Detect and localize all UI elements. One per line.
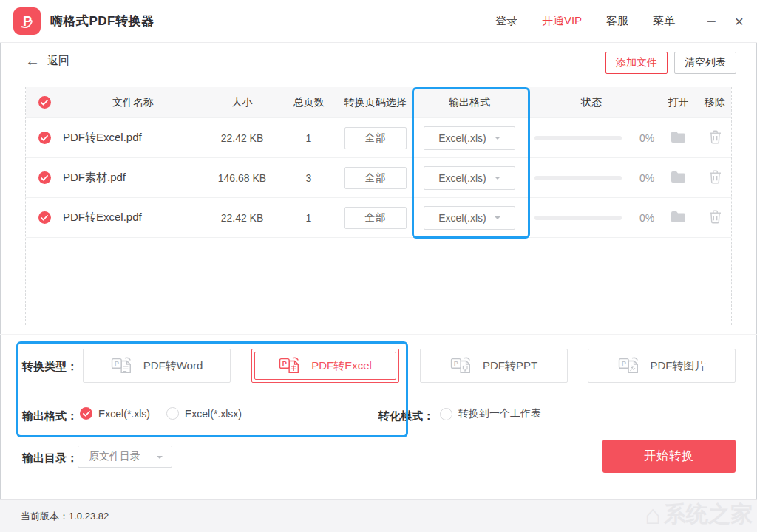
file-size: 22.42 KB (203, 212, 281, 224)
remove-trash-icon[interactable] (709, 170, 722, 184)
page-select-button[interactable]: 全部 (344, 167, 407, 189)
pdf-to-excel-icon: P (279, 355, 302, 376)
progress-percent: 0% (639, 212, 654, 224)
radio-label: 转换到一个工作表 (458, 407, 541, 420)
checked-icon (38, 132, 51, 144)
login-link[interactable]: 登录 (495, 14, 517, 28)
page-select-button[interactable]: 全部 (344, 127, 407, 149)
start-convert-button[interactable]: 开始转换 (602, 440, 736, 473)
type-pdf-to-ppt[interactable]: P PDF转PPT (420, 349, 568, 383)
add-file-button[interactable]: 添加文件 (605, 52, 668, 74)
select-all-checkbox[interactable] (26, 96, 63, 109)
file-size: 22.42 KB (203, 132, 281, 144)
radio-label: Excel(*.xlsx) (185, 408, 242, 420)
menu-link[interactable]: 菜单 (653, 14, 675, 28)
open-folder-icon[interactable] (671, 131, 686, 143)
output-dir-label: 输出目录： (22, 451, 78, 466)
type-label: PDF转PPT (483, 359, 537, 373)
header-page-select: 转换页码选择 (336, 96, 414, 109)
row-checkbox[interactable] (26, 211, 63, 224)
svg-text:P: P (282, 360, 287, 367)
app-title: 嗨格式PDF转换器 (50, 13, 155, 30)
header-status: 状态 (525, 96, 658, 109)
table-header-row: 文件名称 大小 总页数 转换页码选择 输出格式 状态 打开 移除 (26, 87, 731, 118)
open-folder-icon[interactable] (671, 211, 686, 223)
table-row: PDF素材.pdf 146.68 KB 3 全部 Excel(.xls) 0% (26, 158, 731, 198)
progress-percent: 0% (639, 132, 654, 144)
titlebar-nav: 登录 开通VIP 客服 菜单 ─ × (471, 13, 744, 30)
file-name: PDF转Excel.pdf (63, 211, 203, 225)
remove-trash-icon[interactable] (709, 210, 722, 224)
radio-excel-xls[interactable]: Excel(*.xls) (80, 407, 150, 420)
format-dropdown[interactable]: Excel(.xls) (424, 126, 515, 150)
pdf-to-image-icon: P (618, 355, 642, 376)
output-format-label: 输出格式： (22, 409, 78, 423)
chevron-down-icon (495, 177, 500, 183)
format-value: Excel(.xls) (438, 132, 486, 144)
close-button[interactable]: × (735, 13, 744, 30)
remove-trash-icon[interactable] (709, 130, 722, 144)
back-button[interactable]: ← 返回 (25, 53, 69, 68)
row-checkbox[interactable] (26, 132, 63, 144)
chevron-down-icon (495, 137, 500, 143)
format-value: Excel(.xls) (438, 172, 486, 184)
header-size: 大小 (203, 96, 281, 109)
file-pages: 3 (281, 172, 336, 184)
file-pages: 1 (281, 212, 336, 224)
header-pages: 总页数 (281, 96, 336, 109)
chevron-down-icon (157, 456, 163, 462)
radio-checked-icon (80, 407, 92, 420)
format-value: Excel(.xls) (438, 212, 486, 224)
conversion-type-label: 转换类型： (22, 360, 78, 374)
chevron-down-icon (495, 216, 500, 222)
svg-text:P: P (454, 360, 458, 367)
customer-service-link[interactable]: 客服 (606, 14, 628, 28)
file-table: 文件名称 大小 总页数 转换页码选择 输出格式 状态 打开 移除 PDF转Exc… (25, 87, 732, 325)
format-dropdown[interactable]: Excel(.xls) (424, 206, 515, 230)
format-dropdown[interactable]: Excel(.xls) (424, 166, 515, 190)
table-row: PDF转Excel.pdf 22.42 KB 1 全部 Excel(.xls) … (26, 198, 731, 238)
pdf-to-word-icon: P (111, 355, 135, 376)
radio-single-worksheet[interactable]: 转换到一个工作表 (440, 407, 541, 420)
radio-unchecked-icon (166, 407, 179, 420)
type-pdf-to-image[interactable]: P PDF转图片 (588, 349, 736, 383)
conversion-mode-label: 转化模式： (378, 409, 434, 423)
type-label: PDF转Word (143, 359, 203, 373)
progress-percent: 0% (639, 172, 654, 184)
progress-bar (534, 176, 622, 180)
checked-icon (38, 96, 51, 109)
svg-text:P: P (114, 360, 118, 367)
header-file-name: 文件名称 (63, 96, 203, 109)
app-logo-icon: P (13, 7, 41, 35)
toolbar-actions: 添加文件 清空列表 (605, 52, 736, 74)
titlebar: P 嗨格式PDF转换器 登录 开通VIP 客服 菜单 ─ × (0, 0, 757, 43)
minimize-button[interactable]: ─ (707, 15, 716, 27)
type-pdf-to-word[interactable]: P PDF转Word (83, 349, 231, 383)
vip-link[interactable]: 开通VIP (542, 14, 582, 28)
radio-excel-xlsx[interactable]: Excel(*.xlsx) (166, 407, 242, 420)
output-dir-dropdown[interactable]: 原文件目录 (78, 446, 172, 468)
type-pdf-to-excel[interactable]: P PDF转Excel (251, 349, 399, 383)
header-remove: 移除 (699, 96, 731, 109)
table-row: PDF转Excel.pdf 22.42 KB 1 全部 Excel(.xls) … (26, 118, 731, 158)
row-checkbox[interactable] (26, 171, 63, 184)
watermark: ⌂ 系统之家 (645, 499, 753, 531)
settings-divider (0, 334, 757, 335)
progress-bar (534, 216, 622, 220)
output-dir-value: 原文件目录 (89, 450, 140, 463)
radio-label: Excel(*.xls) (98, 408, 150, 420)
file-pages: 1 (281, 132, 336, 144)
svg-text:P: P (621, 360, 625, 367)
watermark-text: 系统之家 (664, 501, 753, 528)
checked-icon (38, 211, 51, 224)
house-icon: ⌂ (645, 499, 661, 531)
app-window: P 嗨格式PDF转换器 登录 开通VIP 客服 菜单 ─ × ← 返回 添加文件… (0, 0, 757, 532)
page-select-button[interactable]: 全部 (344, 207, 407, 229)
checked-icon (38, 171, 51, 184)
header-output-format: 输出格式 (414, 96, 525, 109)
type-label: PDF转图片 (651, 359, 706, 373)
file-name: PDF转Excel.pdf (63, 131, 203, 145)
header-open: 打开 (658, 96, 699, 109)
clear-list-button[interactable]: 清空列表 (674, 52, 736, 74)
open-folder-icon[interactable] (671, 171, 686, 183)
